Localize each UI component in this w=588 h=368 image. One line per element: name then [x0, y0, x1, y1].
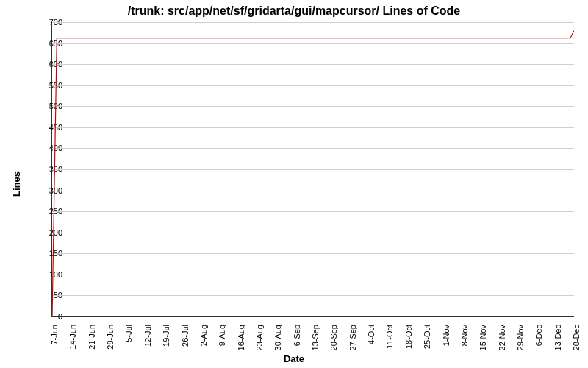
- gridline: [52, 191, 574, 191]
- plot-area: [51, 22, 574, 317]
- x-tick-label: 16-Aug: [237, 325, 245, 361]
- gridline: [52, 211, 574, 212]
- x-tick-label: 2-Aug: [199, 325, 208, 361]
- gridline: [52, 106, 574, 107]
- x-tick-label: 6-Dec: [534, 325, 543, 361]
- x-tick-label: 26-Jul: [181, 325, 190, 361]
- gridline: [52, 148, 574, 149]
- x-tick-label: 6-Sep: [293, 325, 301, 361]
- x-tick-label: 29-Nov: [516, 325, 525, 361]
- x-tick-label: 30-Aug: [273, 325, 282, 361]
- x-tick-label: 19-Jul: [162, 325, 171, 361]
- gridline: [52, 22, 574, 23]
- x-tick-label: 28-Jun: [106, 325, 115, 361]
- gridline: [52, 169, 574, 170]
- chart-container: /trunk: src/app/net/sf/gridarta/gui/mapc…: [0, 0, 588, 368]
- chart-title: /trunk: src/app/net/sf/gridarta/gui/mapc…: [0, 4, 588, 18]
- x-tick-label: 27-Sep: [348, 325, 357, 361]
- y-tick-label: 0: [33, 312, 62, 321]
- y-axis-label: Lines: [11, 171, 22, 197]
- x-tick-label: 18-Oct: [404, 325, 413, 361]
- x-tick-label: 9-Aug: [218, 325, 226, 361]
- gridline: [52, 233, 574, 233]
- gridline: [52, 85, 574, 86]
- x-tick-label: 15-Nov: [478, 325, 487, 361]
- gridline: [52, 275, 574, 275]
- x-tick-label: 8-Nov: [460, 325, 469, 361]
- x-tick-label: 22-Nov: [498, 325, 506, 361]
- x-tick-label: 13-Dec: [553, 325, 562, 361]
- x-tick-label: 4-Oct: [367, 325, 376, 361]
- gridline: [52, 64, 574, 65]
- gridline: [52, 295, 574, 296]
- x-tick-label: 5-Jul: [124, 325, 133, 361]
- x-tick-label: 7-Jun: [50, 325, 59, 361]
- x-tick-label: 21-Jun: [87, 325, 96, 361]
- gridline: [52, 253, 574, 254]
- x-tick-label: 1-Nov: [442, 325, 451, 361]
- x-tick-label: 13-Sep: [311, 325, 320, 361]
- x-tick-label: 25-Oct: [423, 325, 431, 361]
- gridline: [52, 43, 574, 44]
- x-tick-label: 20-Dec: [572, 325, 581, 361]
- x-tick-label: 23-Aug: [255, 325, 264, 361]
- x-tick-label: 11-Oct: [385, 325, 394, 361]
- x-tick-label: 12-Jul: [143, 325, 152, 361]
- gridline: [52, 127, 574, 128]
- x-tick-label: 14-Jun: [68, 325, 77, 361]
- x-tick-label: 20-Sep: [329, 325, 338, 361]
